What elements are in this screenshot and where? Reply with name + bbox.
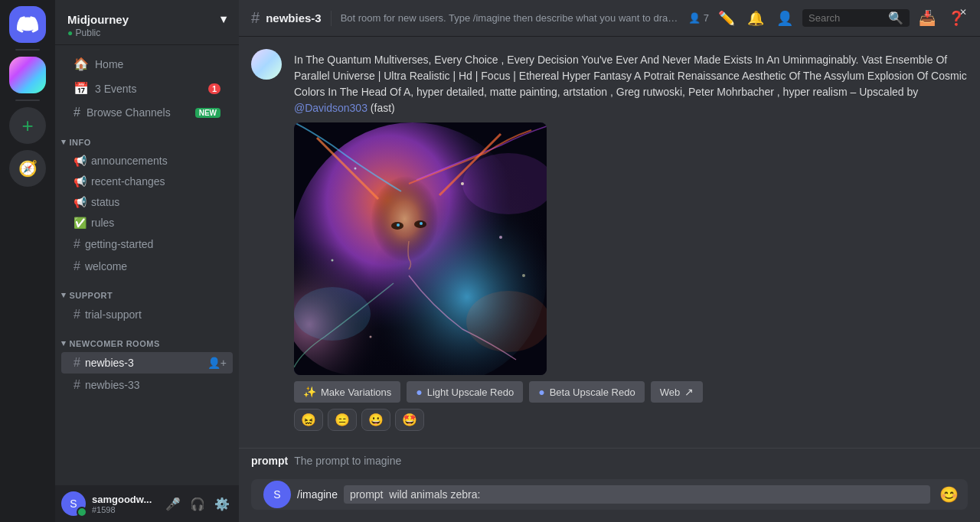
notification-button[interactable]: 🔔 xyxy=(744,7,767,30)
newbies-3-label: newbies-3 xyxy=(85,357,134,369)
server-status: ● Public xyxy=(67,28,227,38)
topbar-channel-name: newbies-3 xyxy=(266,11,322,24)
server-divider xyxy=(15,49,40,51)
channel-getting-started[interactable]: # getting-started xyxy=(61,233,233,255)
ai-image-container xyxy=(294,122,547,375)
beta-upscale-label: Beta Upscale Redo xyxy=(550,387,635,398)
main-content: # newbies-3 Bot room for new users. Type… xyxy=(239,0,980,522)
channel-trial-support[interactable]: # trial-support xyxy=(61,304,233,325)
member-count: 7 xyxy=(704,12,709,24)
make-variations-label: Make Variations xyxy=(321,387,391,398)
add-server-icon[interactable]: + xyxy=(9,107,46,144)
user-area: S samgoodw... #1598 🎤 🎧 ⚙️ xyxy=(55,485,239,522)
member-count-badge: 👤 7 xyxy=(688,12,709,24)
channel-announcements[interactable]: 📢 announcements xyxy=(61,151,233,171)
make-variations-button[interactable]: ✨ Make Variations xyxy=(294,381,400,403)
getting-started-label: getting-started xyxy=(85,238,154,250)
light-upscale-redo-button[interactable]: ● Light Upscale Redo xyxy=(407,381,523,403)
status-label: status xyxy=(91,196,119,208)
svg-point-17 xyxy=(466,291,547,352)
midjourney-server-icon[interactable] xyxy=(9,57,46,93)
message-suffix: – Upscaled by xyxy=(851,86,919,98)
mute-button[interactable]: 🎤 xyxy=(162,493,184,514)
input-field-wrapper[interactable] xyxy=(344,485,930,504)
browse-new-badge: NEW xyxy=(195,108,220,118)
server-sidebar: + 🧭 xyxy=(0,0,55,522)
bot-avatar xyxy=(251,49,282,80)
beta-upscale-redo-button[interactable]: ● Beta Upscale Redo xyxy=(529,381,644,403)
messages-area: In The Quantum Multiverses, Every Choice… xyxy=(239,37,980,448)
reaction-0[interactable]: 😖 xyxy=(294,409,323,431)
minimize-button[interactable]: ─ xyxy=(877,0,911,24)
announcements-label: announcements xyxy=(91,155,168,167)
channel-recent-changes[interactable]: 📢 recent-changes xyxy=(61,171,233,191)
channel-hash-icon: # xyxy=(251,9,260,27)
topbar-divider xyxy=(331,11,332,26)
category-support-label: SUPPORT xyxy=(70,291,113,300)
message-mention-suffix: (fast) xyxy=(371,102,395,114)
make-variations-icon: ✨ xyxy=(303,386,316,398)
topbar-description: Bot room for new users. Type /imagine th… xyxy=(341,12,682,24)
close-button[interactable]: ✕ xyxy=(946,0,980,24)
user-tag: #1598 xyxy=(92,505,156,514)
message-mention[interactable]: @Davidson303 xyxy=(294,102,368,114)
category-support[interactable]: ▾ SUPPORT xyxy=(55,278,239,303)
category-newcomer-rooms[interactable]: ▾ NEWCOMER ROOMS xyxy=(55,326,239,351)
category-info[interactable]: ▾ INFO xyxy=(55,125,239,150)
trial-support-label: trial-support xyxy=(85,308,142,321)
channel-newbies-33[interactable]: # newbies-33 xyxy=(61,374,233,396)
imagine-input[interactable] xyxy=(350,488,924,501)
category-info-label: INFO xyxy=(70,138,91,147)
maximize-button[interactable]: □ xyxy=(911,0,946,24)
threads-button[interactable]: ✏️ xyxy=(715,7,738,30)
sidebar-item-events[interactable]: 📅 3 Events 1 xyxy=(61,77,233,100)
channel-status[interactable]: 📢 status xyxy=(61,192,233,212)
ai-image-inner xyxy=(294,122,547,375)
topbar: # newbies-3 Bot room for new users. Type… xyxy=(239,0,980,37)
recent-changes-label: recent-changes xyxy=(91,175,165,188)
svg-point-16 xyxy=(294,287,371,341)
member-icon: 👤 xyxy=(688,12,701,24)
web-button[interactable]: Web ↗ xyxy=(651,381,704,403)
reaction-emoji-3: 🤩 xyxy=(402,413,417,427)
message-block: In The Quantum Multiverses, Every Choice… xyxy=(251,49,968,431)
settings-button[interactable]: ⚙️ xyxy=(211,493,233,514)
pin-button[interactable]: 👤 xyxy=(773,7,796,30)
user-name: samgoodw... xyxy=(92,494,156,505)
prompt-label: prompt xyxy=(251,455,288,467)
add-member-icon: 👤+ xyxy=(207,357,227,369)
channel-welcome[interactable]: # welcome xyxy=(61,256,233,277)
input-box: S /imagine 😊 xyxy=(251,479,968,510)
emoji-button[interactable]: 😊 xyxy=(936,479,962,510)
deafen-button[interactable]: 🎧 xyxy=(187,493,208,514)
events-icon: 📅 xyxy=(74,81,89,96)
explore-servers-icon[interactable]: 🧭 xyxy=(9,150,46,187)
status-icon: 📢 xyxy=(74,196,87,208)
sidebar-item-home[interactable]: 🏠 Home xyxy=(61,52,233,76)
search-input[interactable] xyxy=(808,12,885,24)
discord-home-icon[interactable] xyxy=(9,6,46,43)
emoji-icon: 😊 xyxy=(939,485,959,504)
hash-icon-4: # xyxy=(74,356,80,370)
svg-point-9 xyxy=(522,274,525,277)
svg-point-6 xyxy=(354,168,357,170)
category-chevron-icon: ▾ xyxy=(61,137,67,147)
sidebar-item-browse[interactable]: # Browse Channels NEW xyxy=(61,101,233,124)
category-newcomer-label: NEWCOMER ROOMS xyxy=(70,339,160,348)
reaction-3[interactable]: 🤩 xyxy=(395,409,424,431)
prompt-tooltip: prompt The prompt to imagine xyxy=(239,448,980,473)
home-icon: 🏠 xyxy=(74,57,89,71)
channel-rules[interactable]: ✅ rules xyxy=(61,213,233,233)
window-controls: ─ □ ✕ xyxy=(877,0,980,24)
channel-newbies-3[interactable]: # newbies-3 👤+ xyxy=(61,352,233,374)
svg-point-7 xyxy=(499,236,502,239)
browse-label: Browse Channels xyxy=(87,106,171,119)
recent-changes-icon: 📢 xyxy=(74,175,87,188)
input-area: S /imagine 😊 xyxy=(239,473,980,522)
reaction-1[interactable]: 😑 xyxy=(328,409,357,431)
reaction-2[interactable]: 😀 xyxy=(361,409,390,431)
hash-icon-3: # xyxy=(74,308,80,321)
server-divider-2 xyxy=(15,100,40,101)
server-name-button[interactable]: Midjourney ▾ xyxy=(67,12,227,26)
home-label: Home xyxy=(95,58,123,70)
